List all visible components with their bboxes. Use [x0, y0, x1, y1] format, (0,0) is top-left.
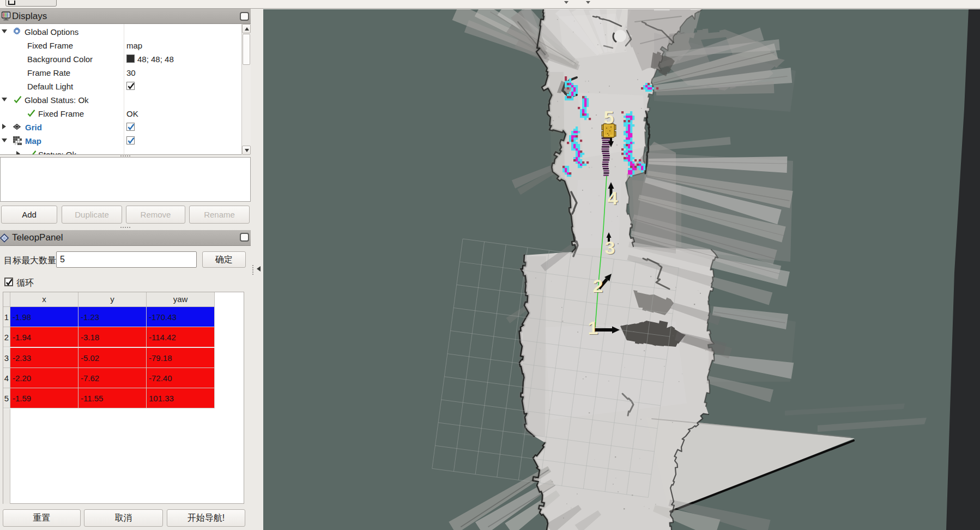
- svg-text:2: 2: [593, 275, 603, 296]
- svg-text:3: 3: [605, 237, 615, 258]
- svg-text:5: 5: [604, 107, 614, 128]
- svg-text:4: 4: [608, 188, 618, 208]
- svg-text:1: 1: [588, 317, 598, 338]
